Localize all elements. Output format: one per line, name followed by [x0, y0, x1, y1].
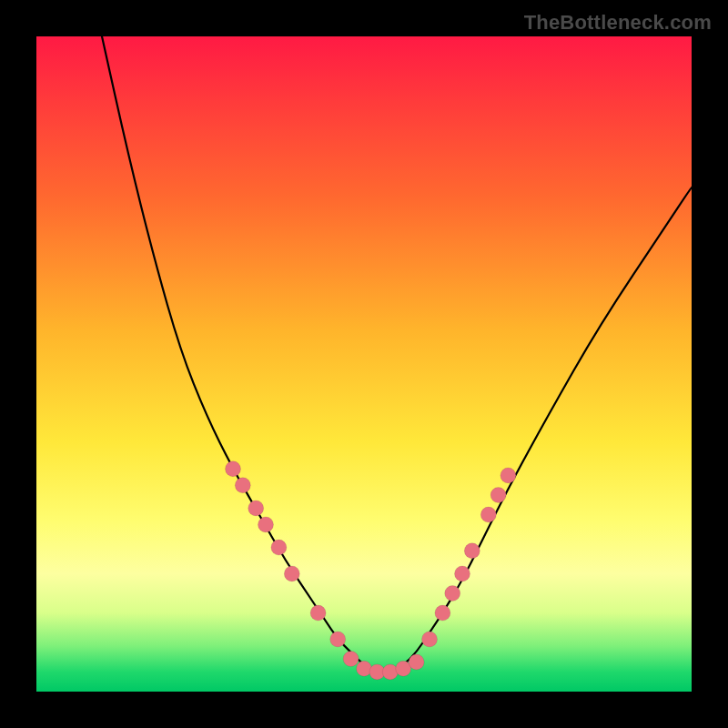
- bead-marker: [235, 478, 250, 493]
- bead-marker: [248, 500, 264, 516]
- bead-marker: [445, 586, 460, 602]
- bead-marker: [422, 632, 438, 647]
- watermark-text: TheBottleneck.com: [524, 11, 712, 35]
- bead-marker: [343, 652, 359, 667]
- bead-marker: [330, 632, 346, 647]
- bead-marker: [258, 517, 274, 532]
- bead-marker: [271, 540, 287, 555]
- bead-marker: [409, 654, 424, 670]
- bead-marker: [500, 468, 516, 483]
- bead-marker: [435, 605, 450, 621]
- bead-marker: [284, 566, 299, 581]
- bead-marker: [480, 507, 496, 522]
- curve-layer: [36, 36, 692, 692]
- bead-marker: [490, 488, 506, 503]
- chart-frame: TheBottleneck.com: [0, 0, 728, 728]
- curve-left-arm: [102, 36, 390, 672]
- bead-marker: [310, 605, 326, 621]
- bead-marker: [464, 543, 480, 559]
- bead-marker: [226, 461, 241, 477]
- bead-group: [226, 461, 516, 680]
- bead-marker: [455, 566, 470, 581]
- curve-right-arm: [390, 187, 692, 672]
- plot-area: [36, 36, 692, 692]
